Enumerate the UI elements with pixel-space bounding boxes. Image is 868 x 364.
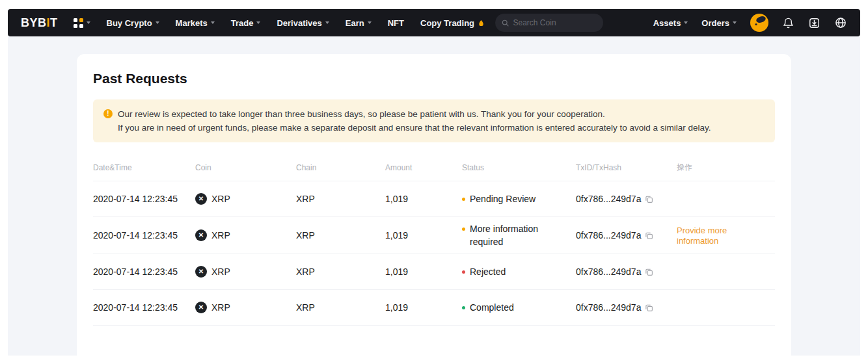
search-box[interactable] bbox=[495, 14, 603, 32]
xrp-coin-icon: ✕ bbox=[195, 193, 207, 205]
cell-txid: 0fx786...249d7a bbox=[576, 302, 677, 313]
chevron-down-icon bbox=[256, 21, 260, 24]
flame-icon bbox=[478, 19, 485, 27]
globe-icon bbox=[834, 16, 847, 29]
cell-status: More information required bbox=[462, 222, 576, 248]
nav-item-buy-crypto[interactable]: Buy Crypto bbox=[107, 18, 159, 28]
cell-coin: ✕ XRP bbox=[195, 266, 296, 278]
nav-item-copy-trading[interactable]: Copy Trading bbox=[420, 18, 485, 28]
cell-txid: 0fx786...249d7a bbox=[576, 194, 677, 204]
txid-value: 0fx786...249d7a bbox=[576, 194, 641, 204]
header-txid: TxID/TxHash bbox=[576, 163, 677, 172]
nav-label: Buy Crypto bbox=[107, 18, 152, 28]
copy-icon[interactable] bbox=[645, 268, 653, 276]
status-label: Completed bbox=[470, 301, 514, 314]
nav-label: Earn bbox=[346, 18, 364, 28]
cell-txid: 0fx786...249d7a bbox=[576, 230, 677, 240]
cell-status: Rejected bbox=[462, 265, 576, 278]
nav-item-nft[interactable]: NFT bbox=[388, 18, 404, 28]
cell-amount: 1,019 bbox=[385, 230, 462, 240]
coin-symbol: XRP bbox=[211, 230, 230, 240]
warning-icon: ! bbox=[103, 109, 113, 118]
search-input[interactable] bbox=[513, 18, 597, 27]
logo-text-2: T bbox=[50, 16, 58, 29]
header-coin: Coin bbox=[195, 163, 296, 172]
xrp-coin-icon: ✕ bbox=[195, 229, 207, 241]
notice-text: Our review is expected to take longer th… bbox=[118, 107, 711, 135]
avatar[interactable] bbox=[750, 14, 768, 32]
cell-chain: XRP bbox=[296, 194, 385, 204]
nav-item-orders[interactable]: Orders bbox=[701, 18, 737, 28]
language-button[interactable] bbox=[834, 16, 847, 29]
txid-value: 0fx786...249d7a bbox=[576, 230, 641, 240]
notice-line-1: Our review is expected to take longer th… bbox=[118, 107, 711, 121]
nav-item-assets[interactable]: Assets bbox=[653, 18, 688, 28]
main-nav-menu: Buy Crypto Markets Trade Derivatives Ear… bbox=[107, 18, 485, 28]
table-row: 2020-07-14 12:23:45 ✕ XRP XRP 1,019 More… bbox=[93, 217, 775, 254]
top-navbar: BYBIT Buy Crypto Markets Trade Derivativ… bbox=[8, 9, 860, 36]
xrp-coin-icon: ✕ bbox=[195, 266, 207, 278]
status-label: Pending Review bbox=[470, 192, 536, 205]
txid-value: 0fx786...249d7a bbox=[576, 302, 641, 313]
copy-icon[interactable] bbox=[645, 231, 653, 240]
status-dot bbox=[462, 198, 465, 201]
nav-item-earn[interactable]: Earn bbox=[346, 18, 372, 28]
nav-item-trade[interactable]: Trade bbox=[231, 18, 261, 28]
copy-icon[interactable] bbox=[645, 304, 653, 312]
nav-label: Derivatives bbox=[277, 18, 321, 28]
apps-menu-button[interactable] bbox=[74, 18, 90, 28]
table-row: 2020-07-14 12:23:45 ✕ XRP XRP 1,019 Comp… bbox=[93, 290, 775, 326]
coin-symbol: XRP bbox=[211, 266, 230, 277]
nav-label: Orders bbox=[701, 18, 729, 28]
table-row: 2020-07-14 12:23:45 ✕ XRP XRP 1,019 Pend… bbox=[93, 181, 775, 217]
notice-line-2: If you are in need of urgent funds, plea… bbox=[118, 121, 711, 135]
nav-item-markets[interactable]: Markets bbox=[176, 18, 215, 28]
bybit-logo[interactable]: BYBIT bbox=[21, 16, 58, 30]
header-amount: Amount bbox=[385, 163, 462, 172]
copy-icon[interactable] bbox=[645, 195, 653, 203]
coin-symbol: XRP bbox=[211, 302, 230, 313]
notifications-button[interactable] bbox=[782, 17, 794, 29]
chevron-down-icon bbox=[368, 21, 372, 24]
cell-action: Provide more information bbox=[677, 225, 775, 246]
status-dot bbox=[462, 228, 465, 231]
header-status: Status bbox=[462, 163, 576, 172]
header-date-time: Date&Time bbox=[93, 163, 195, 172]
navbar-right: Assets Orders bbox=[653, 14, 847, 32]
header-operation: 操作 bbox=[677, 162, 775, 173]
cell-amount: 1,019 bbox=[385, 194, 462, 204]
status-dot bbox=[462, 306, 465, 309]
cell-coin: ✕ XRP bbox=[195, 193, 296, 205]
status-label: More information required bbox=[470, 222, 567, 248]
app-grid-icon bbox=[74, 18, 83, 28]
chevron-down-icon bbox=[733, 21, 737, 24]
cell-amount: 1,019 bbox=[385, 266, 462, 277]
nav-label: NFT bbox=[388, 18, 404, 28]
logo-text: BYB bbox=[21, 16, 47, 29]
nav-item-derivatives[interactable]: Derivatives bbox=[277, 18, 329, 28]
page-title: Past Requests bbox=[93, 71, 775, 86]
nav-label: Assets bbox=[653, 18, 681, 28]
table-header-row: Date&Time Coin Chain Amount Status TxID/… bbox=[93, 157, 775, 181]
table-body: 2020-07-14 12:23:45 ✕ XRP XRP 1,019 Pend… bbox=[93, 181, 775, 326]
cell-txid: 0fx786...249d7a bbox=[576, 266, 677, 277]
past-requests-card: Past Requests ! Our review is expected t… bbox=[77, 54, 791, 364]
cell-chain: XRP bbox=[296, 230, 385, 240]
action-link[interactable]: Provide more information bbox=[677, 226, 727, 246]
past-requests-table: Date&Time Coin Chain Amount Status TxID/… bbox=[93, 157, 775, 326]
cell-date-time: 2020-07-14 12:23:45 bbox=[93, 230, 195, 240]
cell-date-time: 2020-07-14 12:23:45 bbox=[93, 302, 195, 313]
xrp-coin-icon: ✕ bbox=[195, 302, 207, 313]
cell-status: Completed bbox=[462, 301, 576, 314]
chevron-down-icon bbox=[325, 21, 329, 24]
download-icon bbox=[808, 17, 821, 29]
txid-value: 0fx786...249d7a bbox=[576, 266, 641, 277]
chevron-down-icon bbox=[211, 21, 215, 24]
chevron-down-icon bbox=[87, 21, 90, 24]
header-chain: Chain bbox=[296, 163, 385, 172]
nav-label: Trade bbox=[231, 18, 254, 28]
downloads-button[interactable] bbox=[808, 17, 821, 29]
review-notice-banner: ! Our review is expected to take longer … bbox=[93, 99, 775, 142]
cell-status: Pending Review bbox=[462, 192, 576, 205]
cell-coin: ✕ XRP bbox=[195, 302, 296, 313]
